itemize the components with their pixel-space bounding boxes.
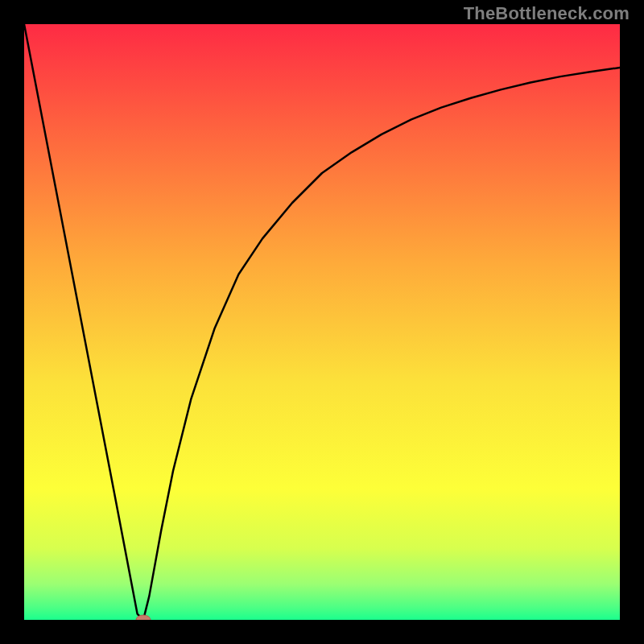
watermark-text: TheBottleneck.com [464,3,630,24]
chart-frame: TheBottleneck.com [0,0,644,644]
chart-svg [24,24,620,620]
plot-area [24,24,620,620]
gradient-background [24,24,620,620]
